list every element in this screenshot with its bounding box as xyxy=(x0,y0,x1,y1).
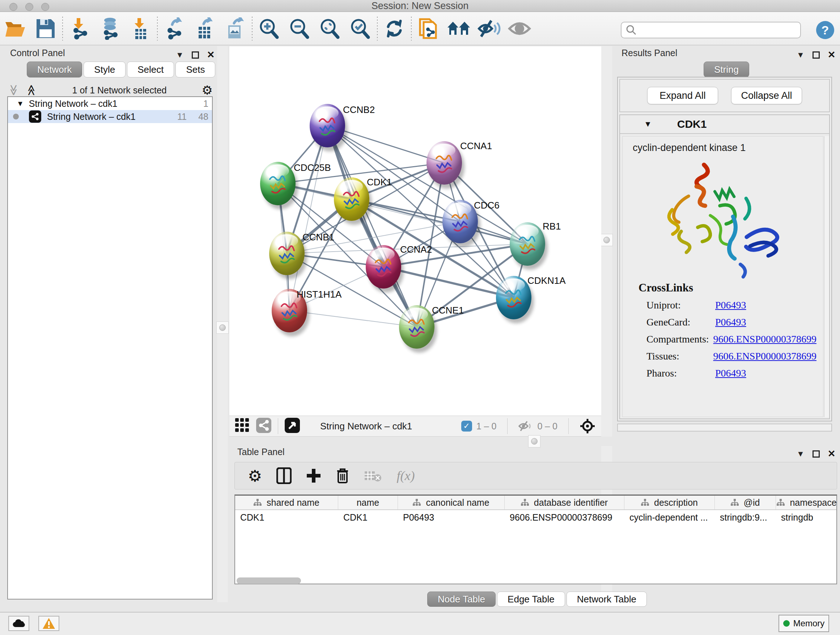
network-row[interactable]: String Network – cdk1 11 48 xyxy=(8,110,212,123)
add-column-icon[interactable] xyxy=(306,468,321,483)
function-builder-icon[interactable]: f(x) xyxy=(396,468,415,483)
maximize-window-button[interactable] xyxy=(41,3,49,11)
column-header--id[interactable]: @id xyxy=(715,496,776,509)
column-header-namespace[interactable]: namespace xyxy=(776,496,837,509)
float-panel-icon[interactable]: ▼ xyxy=(176,50,184,60)
tab-network[interactable]: Network xyxy=(27,62,82,78)
protein-node-CCNB1[interactable] xyxy=(269,232,305,275)
selected-nodes-checkbox-icon[interactable]: ✓ xyxy=(461,421,472,432)
network-edge[interactable] xyxy=(352,199,527,244)
minimize-window-button[interactable] xyxy=(25,3,33,11)
zoom-fit-button[interactable] xyxy=(315,16,345,41)
import-network-button[interactable] xyxy=(65,16,95,41)
column-header-shared-name[interactable]: shared name xyxy=(235,496,338,509)
column-header-name[interactable]: name xyxy=(338,496,398,509)
close-window-button[interactable] xyxy=(9,3,17,11)
expand-all-networks-icon[interactable]: ≪ xyxy=(26,84,37,96)
import-table-button[interactable] xyxy=(125,16,156,41)
warnings-button[interactable] xyxy=(38,616,59,631)
tab-edge-table[interactable]: Edge Table xyxy=(497,592,565,607)
detach-view-icon[interactable] xyxy=(285,418,300,434)
float-panel-icon[interactable]: ▼ xyxy=(797,449,805,459)
hide-selected-button[interactable] xyxy=(474,16,504,41)
open-session-button[interactable] xyxy=(0,16,30,41)
network-options-gear-icon[interactable]: ⚙ xyxy=(202,83,213,97)
clone-network-button[interactable] xyxy=(413,16,444,41)
tab-network-table[interactable]: Network Table xyxy=(567,592,647,607)
protein-node-CCNB2[interactable] xyxy=(309,104,345,147)
crosslink-link[interactable]: P06493 xyxy=(715,299,746,311)
column-header-canonical-name[interactable]: canonical name xyxy=(398,496,505,509)
close-panel-icon[interactable]: ✕ xyxy=(828,448,836,459)
horizontal-splitter-handle[interactable] xyxy=(528,435,540,448)
network-collection-row[interactable]: ▼ String Network – cdk1 1 xyxy=(8,97,212,110)
protein-node-CDK1[interactable] xyxy=(334,177,369,221)
column-type-icon xyxy=(254,499,262,506)
help-button[interactable]: ? xyxy=(816,21,834,39)
column-header-database-identifier[interactable]: database identifier xyxy=(505,496,624,509)
float-panel-icon[interactable]: ▼ xyxy=(797,50,805,60)
results-scrollbar[interactable] xyxy=(824,136,829,417)
hidden-eye-icon[interactable] xyxy=(518,421,533,432)
collapse-all-networks-icon[interactable]: ≫ xyxy=(8,84,19,96)
crosslink-link[interactable]: P06493 xyxy=(715,317,746,328)
search-field[interactable] xyxy=(621,22,801,38)
tab-node-table[interactable]: Node Table xyxy=(427,592,496,607)
gene-section-header[interactable]: ▼ CDK1 xyxy=(620,115,829,134)
protein-node-CDKN1A[interactable] xyxy=(496,276,531,319)
expand-all-button[interactable]: Expand All xyxy=(647,87,718,104)
delete-column-icon[interactable] xyxy=(336,467,349,484)
tab-style[interactable]: Style xyxy=(84,62,126,78)
zoom-in-button[interactable] xyxy=(254,16,284,41)
maximize-panel-icon[interactable] xyxy=(813,51,820,59)
right-splitter-handle[interactable] xyxy=(600,234,613,246)
export-image-button[interactable] xyxy=(220,16,250,41)
crosslink-link[interactable]: 9606.ENSP00000378699 xyxy=(714,333,816,345)
protein-node-CDC25B[interactable] xyxy=(260,162,295,205)
export-table-button[interactable] xyxy=(189,16,220,41)
tab-string[interactable]: String xyxy=(704,62,749,78)
left-splitter-handle[interactable] xyxy=(216,321,229,334)
zoom-selected-button[interactable] xyxy=(345,16,376,41)
network-canvas[interactable]: CCNB2CCNA1CDC25BCDK1CDC6RB1CCNB1CCNA2CDK… xyxy=(229,46,601,416)
table-options-gear-icon[interactable]: ⚙ xyxy=(248,467,262,485)
cloud-status-button[interactable] xyxy=(8,616,29,631)
protein-node-CCNE1[interactable] xyxy=(399,305,434,348)
close-panel-icon[interactable]: ✕ xyxy=(207,49,215,60)
refresh-button[interactable] xyxy=(379,16,409,41)
collection-caret-icon[interactable]: ▼ xyxy=(17,100,24,108)
collapse-all-button[interactable]: Collapse All xyxy=(731,87,802,104)
zoom-out-button[interactable] xyxy=(284,16,315,41)
column-header-description[interactable]: description xyxy=(624,496,715,509)
tab-sets[interactable]: Sets xyxy=(175,62,215,78)
left-splitter[interactable] xyxy=(217,46,228,602)
import-network-from-database-button[interactable] xyxy=(95,16,125,41)
search-input[interactable] xyxy=(637,25,792,35)
show-all-nodes-button[interactable] xyxy=(444,16,474,41)
grid-view-icon[interactable] xyxy=(235,418,249,434)
network-edge[interactable] xyxy=(384,267,514,298)
table-row[interactable]: CDK1CDK1P064939606.ENSP00000378699cyclin… xyxy=(235,510,836,524)
show-columns-icon[interactable] xyxy=(276,467,292,484)
network-edge[interactable] xyxy=(289,310,417,327)
save-session-button[interactable] xyxy=(30,16,61,41)
export-network-button[interactable] xyxy=(159,16,189,41)
crosslink-link[interactable]: P06493 xyxy=(715,367,746,379)
protein-node-CCNA2[interactable] xyxy=(366,245,401,288)
table-hscrollbar-thumb[interactable] xyxy=(237,578,301,584)
network-share-view-icon[interactable] xyxy=(256,418,271,434)
protein-node-CDC6[interactable] xyxy=(442,200,478,243)
protein-node-CCNA1[interactable] xyxy=(426,141,462,185)
gene-caret-icon[interactable]: ▼ xyxy=(644,119,652,129)
close-panel-icon[interactable]: ✕ xyxy=(828,49,836,60)
maximize-panel-icon[interactable] xyxy=(192,51,199,59)
memory-button[interactable]: Memory xyxy=(778,615,829,632)
delete-table-icon[interactable] xyxy=(364,469,382,482)
tab-select[interactable]: Select xyxy=(127,62,174,78)
show-selected-button[interactable] xyxy=(504,16,535,41)
birdseye-crosshair-icon[interactable] xyxy=(579,418,595,434)
table-hscrollbar[interactable] xyxy=(234,576,837,585)
maximize-panel-icon[interactable] xyxy=(813,450,820,458)
protein-node-RB1[interactable] xyxy=(510,222,545,266)
crosslink-link[interactable]: 9606.ENSP00000378699 xyxy=(714,350,816,362)
